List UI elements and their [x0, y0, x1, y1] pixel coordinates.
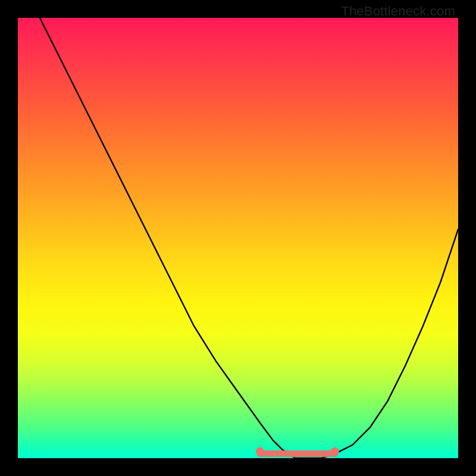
svg-point-0 — [256, 447, 264, 456]
bottleneck-curve — [18, 18, 458, 458]
svg-point-1 — [331, 447, 339, 456]
watermark-text: TheBottleneck.com — [341, 4, 455, 19]
chart-plot-area — [18, 18, 458, 458]
